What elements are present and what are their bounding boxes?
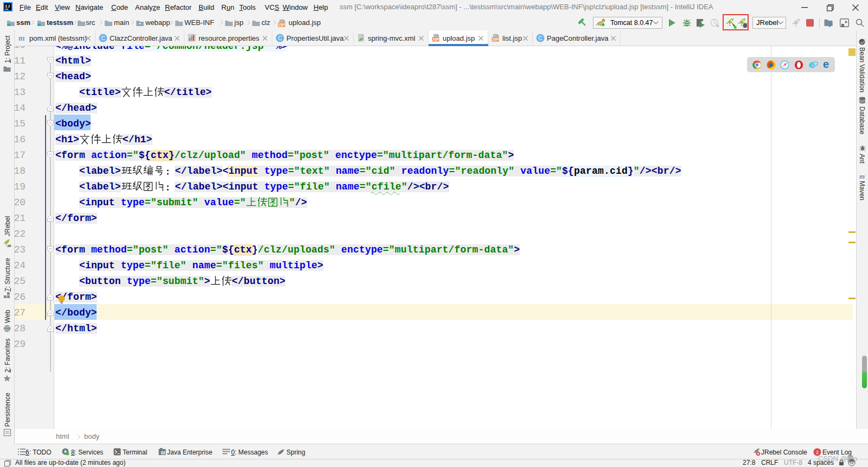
svg-text:m: m	[859, 172, 865, 180]
svg-text:IJ: IJ	[5, 4, 10, 9]
svg-text:JSP: JSP	[432, 37, 439, 41]
svg-text:C: C	[538, 35, 542, 41]
svg-text:e: e	[809, 59, 815, 70]
svg-text:JSP: JSP	[492, 37, 499, 41]
svg-text:m: m	[18, 34, 25, 42]
svg-text:JSP: JSP	[278, 23, 285, 27]
svg-text:C: C	[101, 35, 105, 41]
svg-text:JR: JR	[7, 244, 11, 248]
svg-text:C: C	[278, 35, 282, 41]
svg-text:e: e	[823, 58, 829, 70]
